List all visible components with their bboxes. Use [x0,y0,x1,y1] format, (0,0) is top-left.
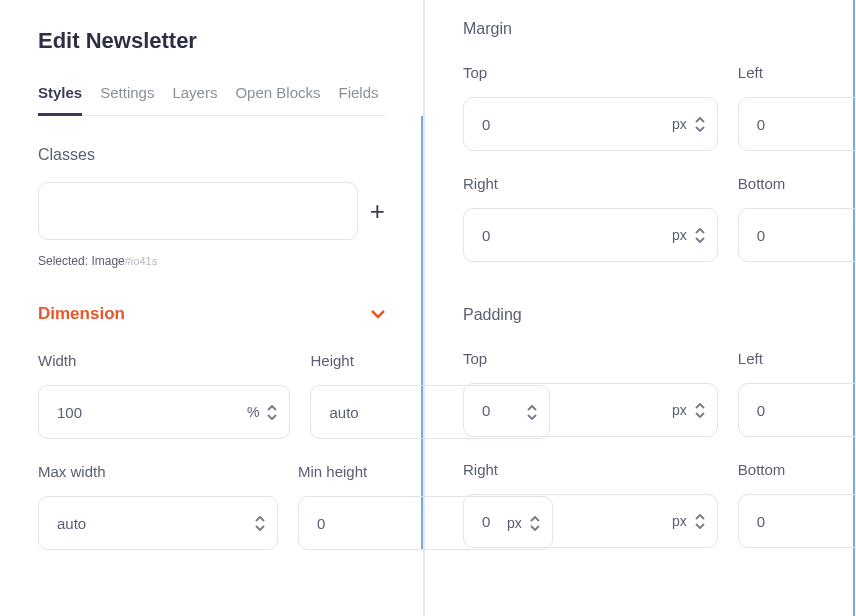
margin-left-label: Left [738,64,856,81]
margin-left-input[interactable] [757,116,856,133]
dimension-row-1: Width % Height [38,352,385,439]
margin-top-unit[interactable]: px [672,116,687,132]
selected-info: Selected: Image#io41s [38,254,385,268]
left-panel: Edit Newsletter Styles Settings Layers O… [0,0,425,616]
margin-top-input[interactable] [482,116,672,133]
tab-open-blocks[interactable]: Open Blocks [235,84,320,115]
margin-bottom-input[interactable] [757,227,856,244]
margin-heading: Margin [463,20,815,38]
margin-top-group: Top px [463,64,718,151]
right-panel: Margin Top px Left px [425,0,855,616]
selected-prefix: Selected: [38,254,91,268]
max-width-input[interactable] [57,515,247,532]
tab-fields[interactable]: Fields [338,84,378,115]
padding-top-input[interactable] [482,402,672,419]
selected-type: Image [91,254,124,268]
max-width-input-wrap[interactable] [38,496,278,550]
padding-bottom-input-wrap[interactable]: px [738,494,856,548]
add-class-icon[interactable]: + [370,196,385,227]
padding-right-input-wrap[interactable]: px [463,494,718,548]
classes-label: Classes [38,146,385,164]
margin-right-stepper[interactable] [695,228,705,243]
max-width-label: Max width [38,463,278,480]
padding-top-input-wrap[interactable]: px [463,383,718,437]
margin-right-group: Right px [463,175,718,262]
chevron-down-icon [371,306,385,322]
padding-right-stepper[interactable] [695,514,705,529]
classes-input[interactable] [38,182,358,240]
margin-right-input-wrap[interactable]: px [463,208,718,262]
max-width-group: Max width [38,463,278,550]
height-label: Height [310,352,550,369]
dimension-toggle[interactable]: Dimension [38,304,385,324]
margin-top-stepper[interactable] [695,117,705,132]
width-label: Width [38,352,290,369]
margin-bottom-group: Bottom px [738,175,856,262]
width-stepper[interactable] [267,405,277,420]
dimension-title: Dimension [38,304,125,324]
width-unit[interactable]: % [247,404,259,420]
tabs: Styles Settings Layers Open Blocks Field… [38,84,385,116]
margin-row-2: Right px Bottom px [463,175,815,262]
margin-bottom-input-wrap[interactable]: px [738,208,856,262]
width-group: Width % [38,352,290,439]
padding-right-unit[interactable]: px [672,513,687,529]
padding-bottom-group: Bottom px [738,461,856,548]
margin-row-1: Top px Left px [463,64,815,151]
margin-right-input[interactable] [482,227,672,244]
padding-bottom-input[interactable] [757,513,856,530]
padding-right-input[interactable] [482,513,672,530]
page-title: Edit Newsletter [38,28,385,54]
padding-bottom-label: Bottom [738,461,856,478]
padding-heading: Padding [463,306,815,324]
margin-right-label: Right [463,175,718,192]
margin-right-unit[interactable]: px [672,227,687,243]
classes-row: + [38,182,385,240]
tab-settings[interactable]: Settings [100,84,154,115]
width-input-wrap[interactable]: % [38,385,290,439]
width-input[interactable] [57,404,247,421]
styles-scroll: Classes + Selected: Image#io41s Dimensio… [38,116,423,550]
padding-left-label: Left [738,350,856,367]
padding-top-stepper[interactable] [695,403,705,418]
padding-top-unit[interactable]: px [672,402,687,418]
padding-left-group: Left px [738,350,856,437]
padding-left-input[interactable] [757,402,856,419]
selected-hash: #io41s [125,255,157,267]
margin-top-label: Top [463,64,718,81]
tab-styles[interactable]: Styles [38,84,82,116]
max-width-stepper[interactable] [255,516,265,531]
margin-bottom-label: Bottom [738,175,856,192]
dimension-row-2: Max width Min height px [38,463,385,550]
margin-left-input-wrap[interactable]: px [738,97,856,151]
padding-left-input-wrap[interactable]: px [738,383,856,437]
tab-layers[interactable]: Layers [172,84,217,115]
margin-top-input-wrap[interactable]: px [463,97,718,151]
min-height-label: Min height [298,463,553,480]
margin-left-group: Left px [738,64,856,151]
